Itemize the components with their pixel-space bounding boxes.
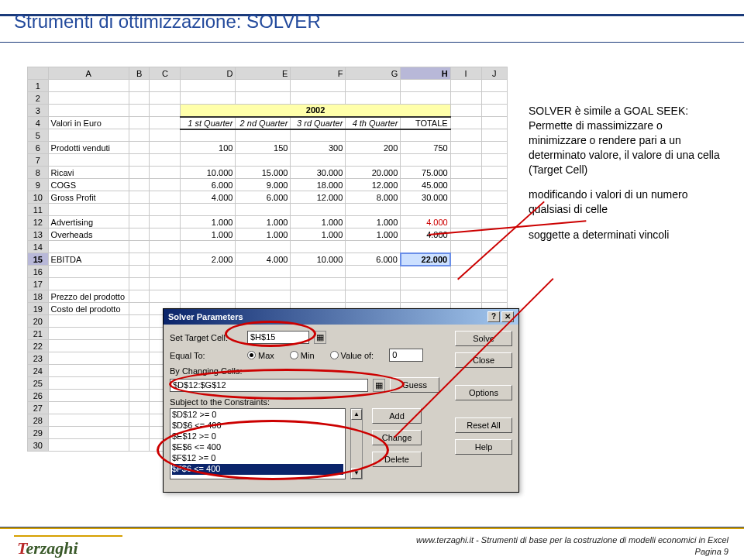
col-G: G bbox=[346, 67, 401, 80]
list-item: $E$6 <= 400 bbox=[172, 442, 343, 453]
target-cell-input[interactable]: $H$15 bbox=[247, 331, 309, 344]
list-item: $D$6 <= 400 bbox=[172, 421, 343, 431]
help-button[interactable]: Help bbox=[455, 439, 512, 455]
range-picker-icon-2[interactable]: ▦ bbox=[373, 379, 385, 392]
constraints-list[interactable]: $D$12 >= 0 $D$6 <= 400 $E$12 >= 0 $E$6 <… bbox=[170, 408, 346, 479]
row-ebitda: EBITDA bbox=[48, 253, 129, 266]
solve-button[interactable]: Solve bbox=[455, 331, 512, 346]
change-button[interactable]: Change bbox=[372, 430, 422, 445]
subject-label: Subject to the Constraints: bbox=[170, 397, 270, 407]
logo: Terzaghi bbox=[17, 538, 78, 558]
side-explanation: SOLVER è simile a GOAL SEEK:Permette di … bbox=[529, 104, 722, 253]
col-C: C bbox=[150, 67, 181, 80]
footer-page: Pagina 9 bbox=[695, 547, 728, 556]
row-adv: Advertising bbox=[48, 216, 129, 228]
p1a: SOLVER è simile a GOAL SEEK: bbox=[529, 105, 688, 117]
p1b: Permette di massimizzare o minimizzare o… bbox=[529, 119, 720, 176]
col-D: D bbox=[181, 67, 236, 80]
list-item: $D$12 >= 0 bbox=[172, 410, 343, 421]
col-H: H bbox=[401, 67, 450, 80]
add-button[interactable]: Add bbox=[372, 408, 422, 424]
changing-cells-input[interactable]: $D$12:$G$12 bbox=[170, 379, 368, 392]
col-E: E bbox=[236, 67, 291, 80]
options-button[interactable]: Options bbox=[455, 385, 512, 400]
list-item: $E$12 >= 0 bbox=[172, 431, 343, 442]
guess-button[interactable]: Guess bbox=[390, 377, 439, 393]
equal-to-label: Equal To: bbox=[170, 351, 243, 360]
list-item: $F$6 <= 400 bbox=[172, 464, 343, 475]
close-button[interactable]: Close bbox=[455, 352, 512, 368]
radio-max[interactable] bbox=[247, 351, 256, 359]
col-F: F bbox=[291, 67, 346, 80]
list-scrollbar[interactable]: ▲ ▼ bbox=[350, 408, 363, 479]
scroll-down-icon[interactable]: ▼ bbox=[351, 468, 362, 479]
row-ovh: Overheads bbox=[48, 228, 129, 241]
row-prezzo: Prezzo del prodotto bbox=[48, 290, 129, 303]
p2: modificando i valori di un numero qualsi… bbox=[529, 187, 722, 217]
row-prodotti: Prodotti venduti bbox=[48, 142, 129, 154]
list-item: $F$12 >= 0 bbox=[172, 453, 343, 464]
row-cogs: COGS bbox=[48, 179, 129, 191]
resetall-button[interactable]: Reset All bbox=[455, 417, 512, 433]
row-gross: Gross Profit bbox=[48, 191, 129, 204]
delete-button[interactable]: Delete bbox=[372, 452, 422, 467]
dialog-title: Solver Parameters bbox=[168, 312, 243, 321]
radio-valueof[interactable] bbox=[330, 351, 339, 359]
radio-min[interactable] bbox=[290, 351, 298, 359]
year-title: 2002 bbox=[181, 105, 450, 117]
adv-total: 4.000 bbox=[401, 216, 450, 228]
page-title: Strumenti di ottimizzazione: SOLVER bbox=[14, 11, 321, 33]
set-target-label: Set Target Cell: bbox=[170, 333, 243, 342]
col-B: B bbox=[129, 67, 150, 80]
dialog-close-icon[interactable]: ✕ bbox=[501, 311, 514, 322]
scroll-up-icon[interactable]: ▲ bbox=[351, 409, 362, 420]
row-ricavi: Ricavi bbox=[48, 167, 129, 179]
dialog-help-icon[interactable]: ? bbox=[487, 311, 500, 322]
footer-line: www.terzaghi.it - Strumenti di base per … bbox=[416, 535, 728, 545]
row-valori: Valori in Euro bbox=[48, 117, 129, 129]
p3: soggette a determinati vincoli bbox=[529, 228, 722, 242]
col-I: I bbox=[450, 67, 481, 80]
ebitda-total-cell: 22.000 bbox=[401, 253, 450, 266]
range-picker-icon[interactable]: ▦ bbox=[314, 331, 326, 344]
row-costo: Costo del prodotto bbox=[48, 303, 129, 315]
bychanging-label: By Changing Cells: bbox=[170, 366, 243, 376]
col-A: A bbox=[48, 67, 129, 80]
col-J: J bbox=[481, 67, 507, 80]
solver-dialog: Solver Parameters ? ✕ Set Target Cell: $… bbox=[163, 308, 519, 493]
valueof-input[interactable]: 0 bbox=[389, 349, 423, 362]
